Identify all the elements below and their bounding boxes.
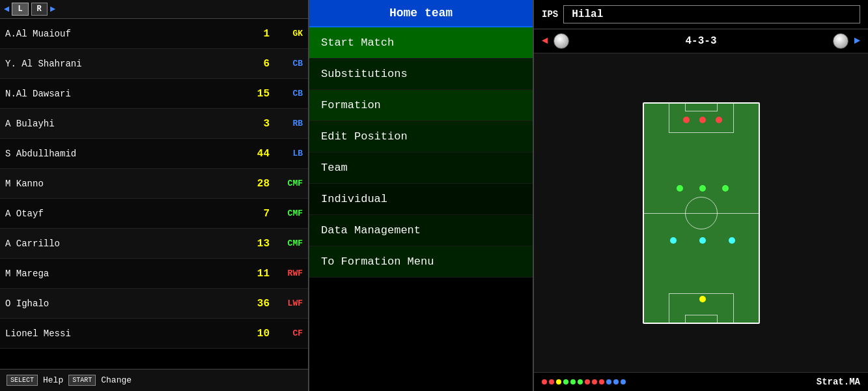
strategy-dot-1: [549, 379, 554, 384]
player-position: CMF: [273, 239, 303, 248]
player-row[interactable]: A Otayf 7 CMF: [0, 199, 308, 229]
player-position: CMF: [273, 209, 303, 218]
player-number: 10: [247, 328, 270, 340]
player-row[interactable]: Y. Al Shahrani 6 CB: [0, 49, 308, 79]
player-position: CB: [273, 59, 303, 68]
menu-item-formation[interactable]: Formation: [309, 90, 533, 121]
strategy-dot-3: [563, 379, 568, 384]
player-position: RWF: [273, 268, 303, 278]
menu-items: Start MatchSubstitutionsFormationEdit Po…: [309, 27, 533, 391]
player-row[interactable]: A Carrillo 13 CMF: [0, 229, 308, 259]
player-name: A Bulayhi: [5, 119, 247, 129]
player-position: GK: [273, 29, 303, 38]
goal-top: [685, 104, 718, 111]
player-row[interactable]: A Bulayhi 3 RB: [0, 109, 308, 139]
field-player-dot-3: [677, 185, 683, 192]
tab-l[interactable]: L: [12, 3, 28, 16]
player-row[interactable]: O Ighalo 36 LWF: [0, 289, 308, 319]
player-name: S Abdullhamid: [5, 149, 247, 159]
player-row[interactable]: Lionel Messi 10 CF: [0, 319, 308, 349]
center-panel: Home team Start MatchSubstitutionsFormat…: [309, 0, 534, 391]
menu-item-substitutions[interactable]: Substitutions: [309, 59, 533, 90]
formation-bar: ◄ 4-3-3 ►: [534, 29, 868, 53]
strategy-dot-4: [570, 379, 576, 384]
menu-item-start-match[interactable]: Start Match: [309, 27, 533, 59]
player-position: RB: [273, 119, 303, 128]
menu-item-edit-position[interactable]: Edit Position: [309, 121, 533, 152]
strategy-dot-5: [578, 379, 583, 384]
player-row[interactable]: M Marega 11 RWF: [0, 259, 308, 289]
start-button-label[interactable]: START: [68, 375, 96, 386]
field-player-dot-0: [683, 117, 690, 123]
right-arrow-icon[interactable]: ►: [50, 4, 55, 14]
player-row[interactable]: M Kanno 28 CMF: [0, 169, 308, 199]
player-row[interactable]: S Abdullhamid 44 LB: [0, 139, 308, 169]
player-name: Y. Al Shahrani: [5, 59, 247, 69]
goal-bottom: [685, 315, 718, 323]
strategy-dot-2: [556, 379, 561, 384]
strategy-dot-8: [599, 379, 604, 384]
tab-bar: ◄ L R ►: [0, 0, 308, 19]
right-panel: IPS Hilal ◄ 4-3-3 ► Strat.MA: [534, 0, 868, 391]
player-position: LB: [273, 149, 303, 158]
menu-item-data-management[interactable]: Data Management: [309, 215, 533, 246]
formation-ball-left: [553, 33, 569, 49]
player-position: CMF: [273, 179, 303, 188]
strategy-dot-9: [606, 379, 611, 384]
player-number: 36: [247, 298, 270, 310]
player-number: 28: [247, 178, 270, 190]
player-name: A.Al Muaiouf: [5, 29, 247, 39]
bottom-bar: SELECT Help START Change: [0, 369, 308, 391]
player-number: 11: [247, 268, 270, 280]
strategy-dot-6: [585, 379, 590, 384]
field-player-dot-8: [729, 237, 735, 244]
player-name: A Carrillo: [5, 239, 247, 249]
field-player-dot-9: [699, 296, 706, 302]
center-circle: [685, 197, 718, 229]
field-player-dot-2: [716, 117, 722, 123]
select-button-label[interactable]: SELECT: [7, 375, 38, 386]
menu-item-team[interactable]: Team: [309, 152, 533, 184]
soccer-field: [643, 102, 760, 324]
field-container: [534, 53, 868, 372]
player-number: 15: [247, 88, 270, 100]
player-number: 3: [247, 118, 270, 130]
strategy-dots: [542, 379, 626, 384]
formation-value: 4-3-3: [574, 35, 828, 47]
formation-header: IPS Hilal: [534, 0, 868, 29]
left-panel: ◄ L R ► A.Al Muaiouf 1 GK Y. Al Shahrani…: [0, 0, 309, 391]
strategy-dot-0: [542, 379, 547, 384]
strat-text: Strat.MA: [817, 377, 860, 387]
menu-item-to-formation-menu[interactable]: To Formation Menu: [309, 246, 533, 278]
player-name: M Kanno: [5, 179, 247, 189]
ips-label: IPS: [542, 9, 558, 20]
player-position: CB: [273, 89, 303, 98]
main-container: ◄ L R ► A.Al Muaiouf 1 GK Y. Al Shahrani…: [0, 0, 868, 391]
field-player-dot-1: [699, 117, 706, 123]
left-arrow-icon[interactable]: ◄: [4, 4, 9, 14]
field-player-dot-5: [722, 185, 729, 192]
formation-left-arrow[interactable]: ◄: [542, 35, 548, 47]
formation-right-arrow[interactable]: ►: [854, 35, 860, 47]
player-name: N.Al Dawsari: [5, 89, 247, 99]
player-position: LWF: [273, 298, 303, 308]
player-name: M Marega: [5, 268, 247, 279]
player-row[interactable]: A.Al Muaiouf 1 GK: [0, 19, 308, 49]
field-player-dot-7: [699, 237, 706, 244]
status-bar: Strat.MA: [534, 372, 868, 391]
player-name: Lionel Messi: [5, 328, 247, 339]
player-row[interactable]: N.Al Dawsari 15 CB: [0, 79, 308, 109]
strategy-dot-10: [613, 379, 619, 384]
player-name: A Otayf: [5, 209, 247, 219]
player-number: 7: [247, 208, 270, 220]
field-player-dot-6: [670, 237, 677, 244]
change-text: Change: [101, 375, 132, 385]
tab-r[interactable]: R: [31, 3, 48, 16]
menu-item-individual[interactable]: Individual: [309, 184, 533, 215]
strategy-dot-11: [621, 379, 626, 384]
player-position: CF: [273, 328, 303, 338]
team-name-display: Hilal: [563, 5, 860, 23]
player-list: A.Al Muaiouf 1 GK Y. Al Shahrani 6 CB N.…: [0, 19, 308, 369]
help-text: Help: [43, 375, 63, 385]
player-number: 1: [247, 28, 270, 40]
